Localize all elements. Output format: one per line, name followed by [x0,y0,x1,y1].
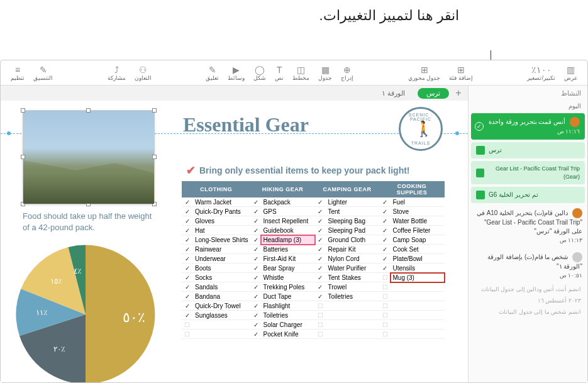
subtitle[interactable]: ✔ Bring only essential items to keep you… [186,164,410,177]
checkbox-cell[interactable]: ✓ [380,216,391,226]
selection-handle[interactable] [86,202,91,206]
checkbox-cell[interactable]: ✓ [315,197,326,207]
checkbox-cell[interactable]: ☐ [380,282,391,292]
checkbox-cell[interactable]: ✓ [380,226,391,235]
checkbox-cell[interactable]: ✓ [182,301,192,311]
checkbox-cell[interactable]: ✓ [315,235,326,245]
item-cell[interactable]: Gloves [192,216,251,226]
item-cell[interactable]: Rainwear [192,245,251,254]
checkbox-cell[interactable]: ✓ [182,282,192,292]
checkbox-cell[interactable]: ✓ [380,245,391,254]
item-cell[interactable]: Socks [192,273,251,282]
checkbox-cell[interactable]: ☐ [315,320,326,330]
checkbox-cell[interactable]: ✓ [182,207,192,216]
table-button[interactable]: ▦جدول [314,65,336,81]
item-cell[interactable]: Trekking Poles [261,282,315,292]
item-cell[interactable] [391,330,445,339]
checkbox-cell[interactable]: ✓ [315,245,326,254]
checkbox-cell[interactable]: ✓ [315,282,326,292]
item-cell[interactable]: Underwear [192,254,251,264]
checkbox-cell[interactable]: ✓ [315,254,326,264]
checkbox-cell[interactable]: ✓ [251,245,261,254]
organize-button[interactable]: ≡تنظيم [7,65,28,81]
page-title[interactable]: Essential Gear [183,113,309,136]
item-cell[interactable]: Fuel [391,197,445,207]
selection-handle[interactable] [152,202,157,206]
checkbox-cell[interactable]: ✓ [315,226,326,235]
item-cell[interactable]: GPS [261,207,315,216]
item-cell[interactable]: Headlamp (3) [261,235,315,245]
item-cell[interactable]: Mug (3) [391,273,445,282]
item-cell[interactable]: Pocket Knife [261,330,315,339]
insert-button[interactable]: ⊕إدراج [337,65,357,81]
checkbox-cell[interactable]: ✓ [380,207,391,216]
checkbox-cell[interactable]: ✓ [182,245,192,254]
selection-handle[interactable] [21,108,25,113]
checkbox-cell[interactable]: ☐ [380,330,391,339]
checkbox-cell[interactable]: ✓ [182,197,192,207]
checkbox-cell[interactable]: ☐ [380,292,391,301]
checkbox-cell[interactable]: ✓ [251,301,261,311]
checkbox-cell[interactable]: ✓ [380,197,391,207]
checkbox-cell[interactable]: ✓ [251,273,261,282]
media-button[interactable]: ▶وسائط [224,65,248,81]
item-cell[interactable]: Sandals [192,282,251,292]
activity-item-current[interactable]: أنس قمت بتحرير ورقة واحدة ١١:١٦ ص ✓ [471,113,585,140]
activity-item[interactable]: شخص ما قام(ت) بإضافة الورقة "الورقة ١" ١… [469,248,587,284]
item-cell[interactable] [391,311,445,320]
selection-handle[interactable] [86,108,91,113]
item-cell[interactable]: Camp Soap [391,235,445,245]
format-button[interactable]: ✎التنسيق [30,65,57,81]
item-cell[interactable] [391,282,445,292]
pie-chart[interactable]: ٥٠٪٢٠٪١١٪١٥٪٤٪ [13,242,158,382]
checkbox-cell[interactable]: ✓ [380,235,391,245]
item-cell[interactable]: Water Bottle [391,216,445,226]
item-cell[interactable] [326,311,380,320]
checkbox-cell[interactable]: ☐ [315,330,326,339]
checkbox-cell[interactable]: ✓ [182,254,192,264]
item-cell[interactable]: First-Aid Kit [261,254,315,264]
item-cell[interactable] [192,320,251,330]
hero-image[interactable] [23,110,155,204]
checkbox-cell[interactable]: ✓ [315,292,326,301]
item-cell[interactable]: Whistle [261,273,315,282]
item-cell[interactable] [326,330,380,339]
item-cell[interactable]: Bandana [192,292,251,301]
checkbox-cell[interactable]: ✓ [251,292,261,301]
item-cell[interactable]: Insect Repellent [261,216,315,226]
item-cell[interactable]: Quick-Dry Towel [192,301,251,311]
checkbox-cell[interactable]: ✓ [182,273,192,282]
item-cell[interactable] [391,301,445,311]
checkbox-cell[interactable]: ✓ [182,226,192,235]
item-cell[interactable]: Warm Jacket [192,197,251,207]
canvas[interactable]: Essential Gear SCENIC · PACIFIC 🚶 TRAILS [1,101,468,382]
item-cell[interactable]: Utensils [391,264,445,273]
text-button[interactable]: Tنص [271,65,287,81]
item-cell[interactable]: Guidebook [261,226,315,235]
add-sheet-button[interactable]: + [453,87,464,99]
checkbox-cell[interactable]: ☐ [380,301,391,311]
item-cell[interactable] [391,320,445,330]
checkbox-cell[interactable]: ✓ [251,254,261,264]
logo-badge[interactable]: SCENIC · PACIFIC 🚶 TRAILS [399,107,443,151]
item-cell[interactable]: Lighter [326,197,380,207]
sheet-tab-active[interactable]: ترس [418,88,449,99]
item-cell[interactable]: Boots [192,264,251,273]
checkbox-cell[interactable]: ✓ [182,292,192,301]
checkbox-cell[interactable]: ✓ [251,216,261,226]
checkbox-cell[interactable]: ✓ [182,216,192,226]
item-cell[interactable]: Plate/Bowl [391,254,445,264]
checkbox-cell[interactable]: ☐ [380,320,391,330]
checkbox-cell[interactable]: ✓ [182,311,192,320]
checkbox-cell[interactable]: ☐ [182,320,192,330]
selection-handle[interactable] [21,155,25,159]
item-cell[interactable]: Long-Sleeve Shirts [192,235,251,245]
pivot-button[interactable]: ⊞جدول محوري [404,65,445,81]
item-cell[interactable]: Water Purifier [326,264,380,273]
selection-handle[interactable] [21,202,25,206]
checkbox-cell[interactable]: ✓ [251,311,261,320]
item-cell[interactable]: Toiletries [326,292,380,301]
checkbox-cell[interactable]: ☐ [315,311,326,320]
item-cell[interactable]: Bear Spray [261,264,315,273]
item-cell[interactable]: Toiletries [261,311,315,320]
